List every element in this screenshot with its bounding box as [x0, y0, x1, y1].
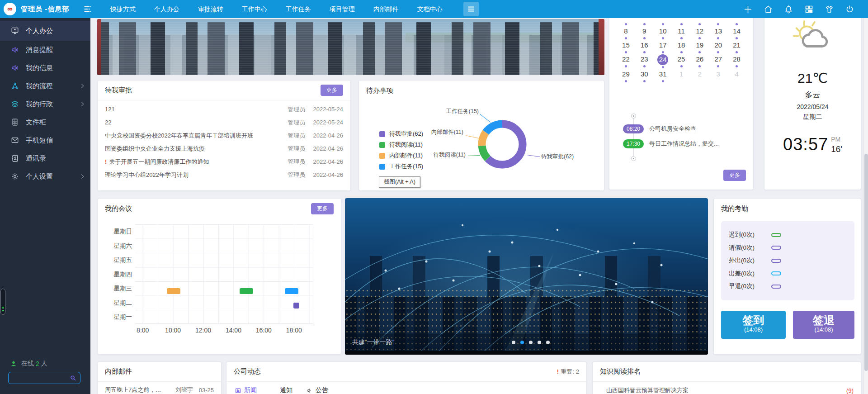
carousel-dot[interactable]: [538, 341, 541, 344]
calendar-day[interactable]: 23: [639, 54, 650, 64]
calendar-day[interactable]: 1: [676, 69, 687, 79]
calendar-day[interactable]: 20: [713, 40, 724, 50]
top-menu-item[interactable]: 文档中心: [408, 0, 452, 18]
mail-row[interactable]: 周五晚上7点之前，把办公用品采购清单... 刘晓宇 03-25: [98, 382, 221, 394]
schedule-time-badge[interactable]: 08:20: [623, 124, 644, 133]
approval-row[interactable]: 121管理员2022-05-24: [98, 103, 350, 116]
carousel-dot[interactable]: [546, 341, 550, 344]
calendar-day-cell[interactable]: 25: [672, 54, 691, 69]
schedule-time-badge[interactable]: 17:30: [623, 139, 644, 148]
page-scrollbar[interactable]: [863, 18, 868, 394]
calendar-day-cell[interactable]: 20: [709, 40, 727, 54]
calendar-day-cell[interactable]: 3: [709, 69, 727, 83]
news-tab-新闻[interactable]: 新闻: [235, 386, 257, 394]
donut-legend-item[interactable]: 内部邮件(11): [379, 150, 423, 161]
calendar-day-cell[interactable]: 21: [727, 40, 746, 54]
calendar-day[interactable]: 2: [694, 69, 705, 79]
calendar-day-cell[interactable]: 22: [617, 54, 635, 69]
calendar-day[interactable]: 24: [657, 54, 668, 65]
bell-icon[interactable]: [784, 5, 793, 14]
calendar-day[interactable]: 19: [694, 40, 705, 50]
schedule-item-text[interactable]: 公司机房安全检查: [649, 124, 696, 133]
donut-legend-item[interactable]: 工作任务(15): [379, 161, 423, 172]
sidebar-item-我的流程[interactable]: 我的流程: [0, 77, 90, 95]
check-out-button[interactable]: 签退 (14:08): [793, 311, 854, 339]
calendar-day-cell[interactable]: 10: [654, 26, 672, 40]
power-icon[interactable]: [845, 5, 854, 14]
approval-row[interactable]: !关于开展五一期间廉政清廉工作的通知管理员2022-04-26: [98, 155, 350, 168]
sidebar-item-我的行政[interactable]: 我的行政: [0, 95, 90, 113]
news-tab-公告[interactable]: 公告: [306, 386, 328, 394]
meeting-bar[interactable]: [240, 288, 253, 294]
calendar-day[interactable]: 21: [731, 40, 742, 50]
calendar-day[interactable]: 29: [620, 69, 631, 79]
carousel-dot[interactable]: [512, 341, 515, 344]
calendar-day[interactable]: 25: [676, 54, 687, 64]
top-menu-item[interactable]: 工作任务: [276, 0, 320, 18]
schedule-item-text[interactable]: 每日工作情况总结，提交...: [649, 139, 719, 148]
calendar-day[interactable]: 8: [620, 26, 631, 36]
calendar-day[interactable]: 28: [731, 54, 742, 64]
sidebar-item-我的信息[interactable]: 我的信息: [0, 59, 90, 77]
calendar-day[interactable]: 11: [676, 26, 687, 36]
calendar-day[interactable]: 18: [676, 40, 687, 50]
calendar-day-cell[interactable]: 15: [617, 40, 635, 54]
calendar-day[interactable]: 4: [731, 69, 742, 79]
sidebar-item-通讯录[interactable]: 通讯录: [0, 149, 90, 167]
calendar-day-cell[interactable]: 16: [635, 40, 654, 54]
calendar-day-cell[interactable]: 4: [727, 69, 746, 83]
calendar-day[interactable]: 3: [713, 69, 724, 79]
calendar-day-cell[interactable]: 29: [617, 69, 635, 83]
menu-toggle-icon[interactable]: [81, 2, 94, 16]
carousel-dot[interactable]: [520, 341, 524, 344]
apps-icon[interactable]: [804, 5, 814, 14]
calendar-day-cell[interactable]: 18: [672, 40, 691, 54]
calendar-day-cell[interactable]: 31: [654, 69, 672, 83]
search-icon[interactable]: [70, 375, 76, 381]
calendar-day-cell[interactable]: 24: [654, 54, 672, 69]
sidebar-item-文件柜[interactable]: 文件柜: [0, 113, 90, 131]
search-input[interactable]: [9, 375, 70, 381]
top-menu-item[interactable]: 快捷方式: [101, 0, 145, 18]
calendar-day-cell[interactable]: 12: [690, 26, 709, 40]
approval-row[interactable]: 理论学习中心组2022年学习计划管理员2022-04-26: [98, 168, 350, 181]
calendar-day[interactable]: 27: [713, 54, 724, 64]
approvals-more-button[interactable]: 更多: [321, 85, 343, 96]
calendar-day[interactable]: 17: [657, 40, 668, 50]
calendar-day-cell[interactable]: 17: [654, 40, 672, 54]
meeting-bar[interactable]: [285, 288, 298, 294]
home-icon[interactable]: [764, 5, 773, 14]
top-menu-item[interactable]: 审批流转: [189, 0, 232, 18]
calendar-day-cell[interactable]: 19: [690, 40, 709, 54]
calendar-day[interactable]: 16: [639, 40, 650, 50]
donut-legend-item[interactable]: 待我阅读(11): [379, 139, 423, 150]
approval-row[interactable]: 中央党校国资委分校2022年春季直属青年干部培训班开班管理员2022-04-26: [98, 129, 350, 142]
top-menu-item[interactable]: 个人办公: [145, 0, 189, 18]
calendar-day-cell[interactable]: 26: [690, 54, 709, 69]
top-menu-item[interactable]: 工作中心: [232, 0, 276, 18]
sidebar-item-手机短信[interactable]: 手机短信: [0, 131, 90, 149]
calendar-day-cell[interactable]: 14: [727, 26, 746, 40]
top-menu-item[interactable]: 项目管理: [320, 0, 364, 18]
calendar-day[interactable]: 10: [657, 26, 668, 36]
calendar-day[interactable]: 15: [620, 40, 631, 50]
calendar-day[interactable]: 12: [694, 26, 705, 36]
calendar-day-cell[interactable]: 11: [672, 26, 691, 40]
calendar-day[interactable]: 13: [713, 26, 724, 36]
calendar-day-cell[interactable]: 2: [690, 69, 709, 83]
news-tab-通知[interactable]: 通知: [270, 386, 292, 394]
theme-icon[interactable]: [825, 5, 834, 14]
donut-legend-item[interactable]: 待我审批(62): [379, 128, 423, 139]
check-in-button[interactable]: 签到 (14:08): [721, 311, 786, 339]
sidebar-item-消息提醒[interactable]: 消息提醒: [0, 41, 90, 59]
news-carousel[interactable]: 共建“一带一路”: [345, 198, 708, 355]
calendar-day-cell[interactable]: 9: [635, 26, 654, 40]
app-logo[interactable]: ∞: [4, 3, 16, 15]
calendar-day-cell[interactable]: 23: [635, 54, 654, 69]
sidebar-item-个人办公[interactable]: 个人办公: [0, 21, 90, 41]
calendar-day-cell[interactable]: 28: [727, 54, 746, 69]
calendar-day-cell[interactable]: 27: [709, 54, 727, 69]
sidebar-item-个人设置[interactable]: 个人设置: [0, 167, 90, 185]
meeting-bar[interactable]: [167, 288, 180, 294]
calendar-day[interactable]: 30: [639, 69, 650, 79]
